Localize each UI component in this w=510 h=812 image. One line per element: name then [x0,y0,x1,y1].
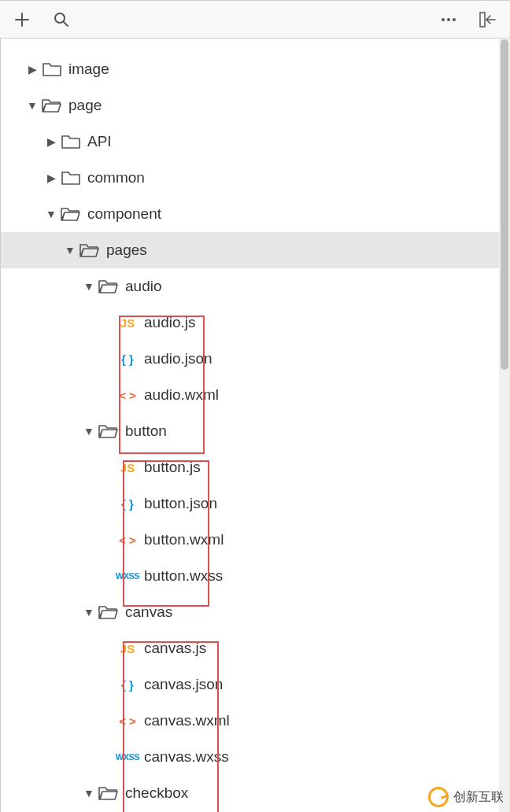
json-file-icon: { } [116,678,139,692]
tree-item-label: checkbox [125,784,188,802]
chevron-down-icon[interactable]: ▼ [62,244,78,257]
tree-row[interactable]: ▼canvas [1,594,510,630]
chevron-right-icon[interactable]: ▶ [43,172,59,184]
tree-item-label: canvas.wxml [144,712,230,729]
wxml-file-icon: < > [116,389,139,402]
tree-row[interactable]: ▶JSaudio.js [1,304,510,341]
tree-row[interactable]: ▶JSbutton.js [1,449,510,485]
tree-item-label: button.js [144,459,201,476]
js-file-icon: JS [116,461,139,474]
chevron-down-icon[interactable]: ▼ [24,99,40,112]
tree-row[interactable]: ▶< >audio.wxml [1,377,510,413]
wxml-file-icon: < > [116,533,139,547]
folder-closed-icon [59,170,83,186]
folder-closed-icon [59,134,83,149]
scrollbar-thumb[interactable] [501,39,508,370]
json-file-icon: { } [116,497,139,511]
tree-row[interactable]: ▼audio [1,268,510,304]
folder-open-icon [97,423,120,439]
wxml-file-icon: < > [116,714,139,728]
folder-open-icon [40,98,64,113]
chevron-right-icon[interactable]: ▶ [24,63,40,76]
tree-item-label: canvas.json [144,676,223,693]
tree-row[interactable]: ▶{ }canvas.json [1,666,510,703]
tree-item-label: page [68,97,102,114]
tree-row[interactable]: ▶JScanvas.js [1,630,510,666]
tree-item-label: audio.json [144,350,213,367]
svg-rect-4 [480,13,485,27]
svg-point-2 [447,18,450,21]
tree-item-label: button [125,423,167,440]
folder-open-icon [97,604,120,620]
tree-row[interactable]: ▶< >button.wxml [1,522,510,558]
chevron-right-icon[interactable]: ▶ [43,135,59,148]
tree-container[interactable]: ▶image▼page▶API▶common▼component▼pages▼a… [0,39,510,812]
watermark-logo-icon [428,787,449,807]
tree-item-label: audio.js [144,314,196,331]
tree-row[interactable]: ▶common [1,160,510,196]
folder-open-icon [78,242,102,258]
chevron-down-icon[interactable]: ▼ [81,425,97,437]
tree-row[interactable]: ▼component [1,196,510,232]
wxss-file-icon: WXSS [116,571,139,581]
tree-item-label: pages [106,242,147,259]
tree-item-label: component [87,205,161,223]
tree-row[interactable]: ▶{ }audio.json [1,341,510,377]
json-file-icon: { } [116,352,139,366]
tree-row[interactable]: ▶< >canvas.wxml [1,703,510,739]
search-button[interactable] [46,4,77,35]
file-explorer-panel: ▶image▼page▶API▶common▼component▼pages▼a… [0,0,510,812]
svg-point-0 [55,13,65,23]
tree-item-label: canvas.js [144,640,206,657]
tree-item-label: audio.wxml [144,386,219,404]
tree-row[interactable]: ▼button [1,413,510,449]
tree-row[interactable]: ▼pages [1,232,510,268]
svg-point-1 [442,18,445,21]
file-tree: ▶image▼page▶API▶common▼component▼pages▼a… [1,39,510,812]
folder-open-icon [97,279,120,294]
tree-item-label: common [87,169,145,186]
scrollbar[interactable] [499,39,510,812]
watermark-text: 创新互联 [453,789,504,806]
more-button[interactable] [433,4,464,35]
watermark: 创新互联 [428,787,504,807]
folder-open-icon [59,206,83,222]
tree-item-label: canvas [125,603,172,621]
tree-item-label: canvas.wxss [144,748,229,766]
svg-point-3 [453,18,456,21]
tree-row[interactable]: ▶API [1,124,510,160]
folder-open-icon [97,785,120,801]
js-file-icon: JS [116,316,139,330]
tree-row[interactable]: ▶WXSScanvas.wxss [1,739,510,775]
tree-item-label: audio [125,278,162,295]
chevron-down-icon[interactable]: ▼ [43,208,59,220]
add-button[interactable] [6,4,38,35]
tree-row[interactable]: ▶WXSSbutton.wxss [1,558,510,594]
tree-item-label: image [68,61,109,78]
js-file-icon: JS [116,642,139,655]
chevron-down-icon[interactable]: ▼ [81,606,97,618]
chevron-down-icon[interactable]: ▼ [81,787,97,799]
toolbar [0,1,510,39]
wxss-file-icon: WXSS [116,752,139,762]
tree-item-label: button.wxml [144,531,224,548]
chevron-down-icon[interactable]: ▼ [81,280,97,293]
tree-row[interactable]: ▼page [1,87,510,124]
tree-item-label: button.wxss [144,567,223,585]
tree-item-label: button.json [144,495,217,512]
folder-closed-icon [40,61,64,77]
tree-row[interactable]: ▶image [1,51,510,87]
tree-row[interactable]: ▶{ }button.json [1,485,510,522]
tree-item-label: API [87,133,112,150]
collapse-panel-button[interactable] [472,4,504,35]
